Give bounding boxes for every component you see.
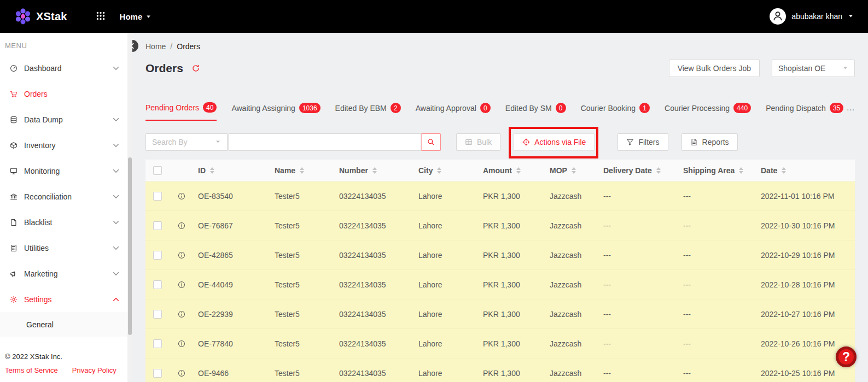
sidebar-item-marketing[interactable]: Marketing [0, 261, 127, 286]
avatar [770, 8, 786, 25]
tab-label: Edited By EBM [335, 104, 387, 113]
tab-pending-dispatch[interactable]: Pending Dispatch 35 [766, 102, 843, 121]
collapse-sidebar-button[interactable] [132, 40, 138, 52]
row-checkbox[interactable] [153, 221, 162, 230]
sort-icon [437, 167, 441, 174]
cell-mop: Jazzcash [545, 192, 599, 201]
sort-icon [739, 167, 743, 174]
cell-city: Lahore [414, 192, 479, 201]
refresh-icon[interactable] [192, 64, 200, 72]
info-icon[interactable] [178, 310, 185, 318]
scrollbar-thumb[interactable] [128, 157, 132, 335]
sidebar-item-orders[interactable]: Orders [0, 81, 127, 107]
select-all-checkbox[interactable] [153, 166, 162, 175]
topnav-home[interactable]: Home [120, 12, 152, 21]
row-checkbox[interactable] [153, 280, 162, 289]
table-row[interactable]: OE-44049 Tester5 03224134035 Lahore PKR … [145, 270, 855, 299]
table-row[interactable]: OE-76867 Tester5 03224134035 Lahore PKR … [145, 211, 855, 240]
table-row[interactable]: OE-22939 Tester5 03224134035 Lahore PKR … [145, 299, 855, 329]
sidebar-item-inventory[interactable]: Inventory [0, 132, 127, 158]
column-header-name[interactable]: Name [270, 166, 335, 175]
cell-delivery-date: --- [599, 280, 679, 289]
column-header-date[interactable]: Date [756, 166, 855, 175]
cell-number: 03224134035 [335, 251, 414, 260]
table-header-row: ID Name Number City Amount MOP Delivery … [145, 160, 855, 181]
store-selector[interactable]: Shopistan OE [772, 60, 855, 77]
sort-icon [210, 167, 214, 174]
sidebar-item-data-dump[interactable]: Data Dump [0, 107, 127, 132]
sidebar-subitem-general[interactable]: General [0, 312, 127, 337]
cell-number: 03224134035 [335, 369, 414, 378]
sidebar-item-blacklist[interactable]: Blacklist [0, 209, 127, 235]
search-icon [427, 138, 434, 145]
tab-awaiting-approval[interactable]: Awaiting Approval 0 [416, 102, 491, 121]
chevron-icon [112, 193, 120, 201]
column-header-number[interactable]: Number [335, 166, 414, 175]
search-button[interactable] [421, 133, 441, 151]
sidebar-item-label: Marketing [24, 269, 106, 278]
row-checkbox[interactable] [153, 369, 162, 378]
sidebar-item-label: Blacklist [24, 218, 106, 227]
info-icon[interactable] [178, 369, 185, 377]
cell-name: Tester5 [270, 192, 335, 201]
terms-of-service-link[interactable]: Terms of Service [5, 366, 58, 374]
column-header-city[interactable]: City [414, 166, 479, 175]
column-header-id[interactable]: ID [194, 166, 270, 175]
info-icon[interactable] [178, 281, 185, 289]
filters-button[interactable]: Filters [617, 133, 668, 151]
sidebar-item-settings[interactable]: Settings [0, 286, 127, 312]
column-header-delivery-date[interactable]: Delivery Date [599, 166, 679, 175]
info-icon[interactable] [178, 222, 185, 230]
cell-delivery-date: --- [599, 310, 679, 319]
user-menu[interactable]: abubakar khan [770, 8, 854, 25]
sidebar-subitem-label: General [26, 320, 120, 329]
sidebar-item-dashboard[interactable]: Dashboard [0, 55, 127, 81]
xstak-logo[interactable]: XStak [14, 8, 67, 25]
breadcrumb-home[interactable]: Home [145, 42, 166, 51]
sidebar-item-label: Utilities [24, 244, 106, 252]
sidebar-item-utilities[interactable]: Utilities [0, 235, 127, 261]
tab-edited-by-sm[interactable]: Edited By SM 0 [505, 102, 566, 121]
search-by-select[interactable]: Search By [145, 133, 228, 151]
view-bulk-orders-job-button[interactable]: View Bulk Orders Job [669, 60, 760, 77]
info-icon[interactable] [178, 192, 185, 200]
more-tabs-button[interactable]: ... [843, 103, 855, 112]
row-checkbox[interactable] [153, 192, 162, 201]
brand-name: XStak [36, 10, 67, 23]
column-header-mop[interactable]: MOP [545, 166, 599, 175]
table-row[interactable]: OE-42865 Tester5 03224134035 Lahore PKR … [145, 240, 855, 270]
tab-pending-orders[interactable]: Pending Orders 40 [145, 102, 217, 121]
search-input[interactable] [229, 133, 421, 151]
tab-edited-by-ebm[interactable]: Edited By EBM 2 [335, 102, 401, 121]
sidebar-item-reconciliation[interactable]: Reconciliation [0, 184, 127, 209]
sidebar-item-monitoring[interactable]: Monitoring [0, 158, 127, 184]
table-row[interactable]: OE-83540 Tester5 03224134035 Lahore PKR … [145, 181, 855, 211]
chevron-down-icon [842, 64, 848, 73]
tab-courier-processing[interactable]: Courier Processing 440 [665, 102, 751, 121]
column-header-shipping-area[interactable]: Shipping Area [679, 166, 756, 175]
reports-button[interactable]: Reports [681, 133, 738, 151]
help-button[interactable]: ? [836, 346, 857, 367]
info-icon[interactable] [178, 251, 185, 259]
cell-mop: Jazzcash [545, 339, 599, 348]
cell-city: Lahore [414, 369, 479, 378]
info-icon[interactable] [178, 340, 185, 348]
apps-grid-icon[interactable] [96, 11, 106, 22]
actions-via-file-button[interactable]: Actions via File [514, 133, 595, 151]
tab-courier-booking[interactable]: Courier Booking 1 [581, 102, 650, 121]
chevron-down-icon [848, 12, 854, 21]
chevron-icon [112, 296, 120, 303]
cell-shipping-area: --- [679, 251, 756, 260]
row-checkbox[interactable] [153, 339, 162, 348]
cell-mop: Jazzcash [545, 369, 599, 378]
table-row[interactable]: OE-9466 Tester5 03224134035 Lahore PKR 1… [145, 359, 855, 382]
column-header-amount[interactable]: Amount [479, 166, 545, 175]
tab-awaiting-assigning[interactable]: Awaiting Assigning 1036 [231, 102, 320, 121]
bulk-button[interactable]: Bulk [456, 133, 500, 151]
row-checkbox[interactable] [153, 251, 162, 260]
table-row[interactable]: OE-77840 Tester5 03224134035 Lahore PKR … [145, 329, 855, 359]
sort-icon [782, 167, 786, 174]
privacy-policy-link[interactable]: Privacy Policy [72, 366, 116, 374]
row-checkbox[interactable] [153, 310, 162, 319]
chevron-icon [112, 270, 120, 278]
